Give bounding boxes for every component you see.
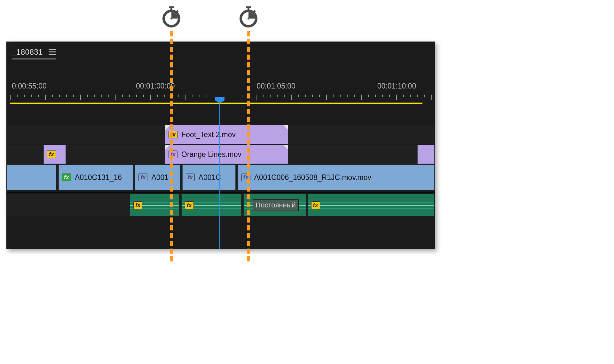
clip-label: Foot_Text 2.mov: [181, 130, 236, 139]
fx-badge: fx: [62, 174, 71, 181]
timecode-label: 00:01:10:00: [377, 82, 416, 90]
sequence-header: _180831: [7, 42, 435, 64]
playhead-line: [219, 103, 220, 249]
tracks-area: fxFoot_Text 2.mov fxfxOrange Lines.mov f…: [7, 122, 435, 249]
video-clip[interactable]: fx: [43, 145, 66, 164]
audio-track-1[interactable]: fxfxfxПостоянный: [7, 194, 435, 216]
svg-point-8: [248, 18, 249, 19]
sequence-tab[interactable]: _180831: [12, 48, 56, 59]
fx-badge: fx: [133, 201, 142, 209]
fx-badge: fx: [186, 174, 195, 181]
work-area-bar[interactable]: [10, 103, 422, 104]
video-track-3[interactable]: fxFoot_Text 2.mov: [7, 125, 435, 144]
video-clip[interactable]: [7, 165, 56, 190]
clip-label: A001C: [199, 173, 221, 182]
svg-point-3: [170, 18, 172, 19]
audio-transition-label[interactable]: Постоянный: [253, 199, 298, 211]
clip-label: Orange Lines.mov: [181, 150, 241, 159]
clip-label: A001: [151, 173, 169, 182]
video-clip[interactable]: fxA010C131_16: [59, 165, 133, 190]
clip-label: A001C006_160508_R1JC.mov.mov: [254, 173, 372, 182]
stopwatch-icon: [162, 6, 180, 27]
fx-badge: fx: [311, 201, 320, 209]
video-clip[interactable]: [417, 145, 435, 164]
panel-menu-icon[interactable]: [49, 49, 56, 55]
video-track-2[interactable]: fxfxOrange Lines.mov: [7, 145, 435, 164]
video-clip[interactable]: fxA001: [135, 165, 180, 190]
fx-badge: fx: [185, 201, 194, 209]
stopwatch-icon: [240, 6, 257, 27]
video-clip[interactable]: fxA001C006_160508_R1JC.mov.mov: [238, 165, 435, 190]
audio-clip[interactable]: fx: [181, 194, 241, 216]
audio-clip[interactable]: fx: [308, 194, 435, 216]
video-track-1[interactable]: fxA010C131_16fxA001fxA001CfxA001C006_160…: [7, 165, 435, 190]
video-clip[interactable]: fxFoot_Text 2.mov: [165, 125, 288, 144]
sequence-tab-label: _180831: [12, 48, 43, 57]
clip-label: A010C131_16: [75, 173, 122, 182]
video-clip[interactable]: fxA001C: [182, 165, 236, 190]
waveform: [308, 205, 434, 206]
av-divider: [7, 192, 435, 193]
marker-dashed-line: [170, 31, 173, 261]
video-clip[interactable]: fxOrange Lines.mov: [165, 145, 288, 164]
timecode-label: 0:00:55:00: [12, 82, 47, 90]
timecode-label: 00:01:00:00: [136, 82, 175, 90]
marker-dashed-line: [247, 31, 250, 261]
timecode-label: 00:01:05:00: [256, 82, 295, 90]
fx-badge: fx: [47, 151, 56, 158]
fx-badge: fx: [138, 174, 147, 181]
timeline-panel: _180831 0:00:55:00 00:01:00:00 00:01:05:…: [6, 42, 435, 249]
